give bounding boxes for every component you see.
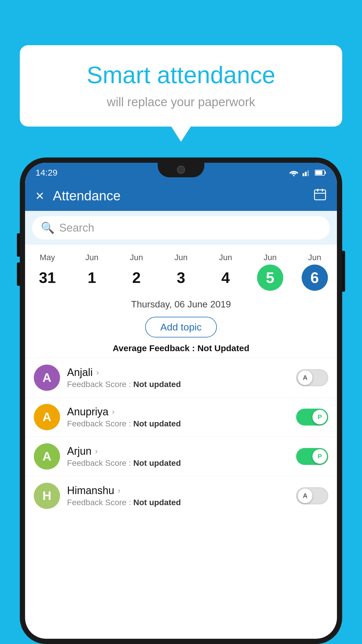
attendance-toggle-container: P	[296, 409, 328, 426]
student-item: AAnjali ›Feedback Score : Not updatedA	[25, 358, 337, 397]
attendance-toggle[interactable]: A	[296, 369, 328, 386]
cal-month-label: Jun	[85, 253, 99, 262]
phone-frame: 14:29	[20, 158, 342, 644]
search-bar[interactable]: 🔍 Search	[32, 216, 330, 239]
student-avatar: H	[34, 483, 60, 509]
add-topic-button[interactable]: Add topic	[145, 317, 217, 337]
toggle-knob: A	[298, 489, 312, 503]
svg-rect-10	[314, 193, 326, 194]
calendar-day-col[interactable]: Jun1	[70, 250, 114, 294]
close-button[interactable]: ×	[36, 187, 44, 204]
attendance-toggle-container: A	[296, 369, 328, 386]
feedback-value: Not updated	[133, 380, 181, 389]
student-avatar: A	[34, 365, 60, 391]
calendar-day-col[interactable]: May31	[25, 250, 70, 294]
svg-rect-9	[322, 189, 323, 192]
status-icons	[289, 169, 326, 176]
volume-up-button	[17, 233, 20, 257]
selected-date: Thursday, 06 June 2019	[25, 294, 337, 313]
student-name[interactable]: Anjali ›	[67, 366, 296, 379]
bubble-title: Smart attendance	[37, 61, 325, 89]
feedback-value: Not updated	[133, 459, 181, 468]
search-placeholder: Search	[59, 222, 94, 234]
calendar-day-col[interactable]: Jun6	[292, 250, 337, 294]
search-icon: 🔍	[41, 221, 55, 234]
wifi-icon	[289, 169, 298, 176]
cal-month-label: Jun	[174, 253, 187, 262]
cal-day-number: 6	[302, 265, 328, 291]
attendance-toggle[interactable]: A	[296, 487, 328, 504]
speech-bubble: Smart attendance will replace your paper…	[20, 45, 342, 127]
battery-icon	[315, 169, 326, 176]
chevron-icon: ›	[96, 368, 99, 377]
front-camera	[177, 166, 185, 174]
cal-day-number: 2	[123, 265, 150, 291]
search-bar-container: 🔍 Search	[25, 211, 337, 245]
student-info: Himanshu ›Feedback Score : Not updated	[67, 484, 296, 507]
phone-notch	[158, 163, 204, 177]
cal-month-label: May	[40, 253, 55, 262]
cal-day-number: 5	[257, 265, 283, 291]
calendar-svg	[314, 188, 326, 201]
svg-point-0	[293, 175, 295, 176]
student-item: HHimanshu ›Feedback Score : Not updatedA	[25, 476, 337, 515]
calendar-day-col[interactable]: Jun4	[203, 250, 248, 294]
student-feedback: Feedback Score : Not updated	[67, 380, 296, 389]
student-avatar: A	[34, 443, 60, 470]
svg-rect-8	[317, 189, 318, 192]
volume-down-button	[17, 262, 20, 286]
avg-feedback-label: Average Feedback :	[113, 343, 197, 353]
feedback-value: Not updated	[133, 498, 181, 507]
attendance-toggle[interactable]: P	[296, 448, 328, 465]
cal-day-number: 4	[212, 265, 239, 291]
student-name[interactable]: Arjun ›	[67, 445, 296, 457]
student-name[interactable]: Himanshu ›	[67, 484, 296, 497]
calendar-months: May31Jun1Jun2Jun3Jun4Jun5Jun6	[25, 250, 337, 294]
attendance-toggle[interactable]: P	[296, 409, 328, 426]
cal-month-label: Jun	[308, 253, 321, 262]
cal-day-number: 1	[79, 265, 105, 291]
speech-bubble-container: Smart attendance will replace your paper…	[20, 45, 342, 127]
calendar-day-col[interactable]: Jun5	[248, 250, 292, 294]
toggle-knob: P	[312, 449, 327, 464]
calendar-icon[interactable]	[314, 188, 326, 203]
feedback-value: Not updated	[133, 419, 181, 428]
bubble-subtitle: will replace your paperwork	[37, 95, 325, 109]
attendance-toggle-container: P	[296, 448, 328, 465]
app-bar-title: Attendance	[53, 188, 314, 204]
student-info: Anjali ›Feedback Score : Not updated	[67, 366, 296, 389]
avg-feedback-value: Not Updated	[197, 343, 249, 353]
student-avatar: A	[34, 404, 60, 430]
student-feedback: Feedback Score : Not updated	[67, 419, 296, 428]
svg-rect-7	[314, 190, 326, 200]
student-feedback: Feedback Score : Not updated	[67, 498, 296, 507]
power-button	[342, 251, 345, 292]
svg-rect-2	[305, 172, 307, 176]
student-info: Arjun ›Feedback Score : Not updated	[67, 445, 296, 468]
phone-screen: 14:29	[25, 163, 337, 639]
svg-rect-3	[307, 170, 309, 176]
avg-feedback: Average Feedback : Not Updated	[25, 342, 337, 358]
student-name[interactable]: Anupriya ›	[67, 406, 296, 418]
svg-rect-5	[325, 172, 326, 174]
cal-day-number: 31	[34, 265, 60, 291]
chevron-icon: ›	[95, 447, 98, 456]
phone-outer: 14:29	[20, 158, 342, 644]
app-bar: × Attendance	[25, 180, 337, 211]
student-item: AAnupriya ›Feedback Score : Not updatedP	[25, 397, 337, 437]
chevron-icon: ›	[112, 407, 115, 416]
cal-month-label: Jun	[263, 253, 277, 262]
svg-rect-1	[303, 173, 304, 176]
student-list: AAnjali ›Feedback Score : Not updatedAAA…	[25, 358, 337, 515]
chevron-icon: ›	[118, 486, 120, 495]
student-feedback: Feedback Score : Not updated	[67, 459, 296, 468]
calendar-section: May31Jun1Jun2Jun3Jun4Jun5Jun6 Thursday, …	[25, 245, 337, 515]
cal-month-label: Jun	[219, 253, 232, 262]
cal-month-label: Jun	[130, 253, 143, 262]
attendance-toggle-container: A	[296, 487, 328, 504]
signal-icon	[303, 169, 311, 176]
calendar-day-col[interactable]: Jun2	[114, 250, 159, 294]
svg-rect-6	[315, 171, 322, 175]
student-item: AArjun ›Feedback Score : Not updatedP	[25, 437, 337, 476]
calendar-day-col[interactable]: Jun3	[159, 250, 203, 294]
